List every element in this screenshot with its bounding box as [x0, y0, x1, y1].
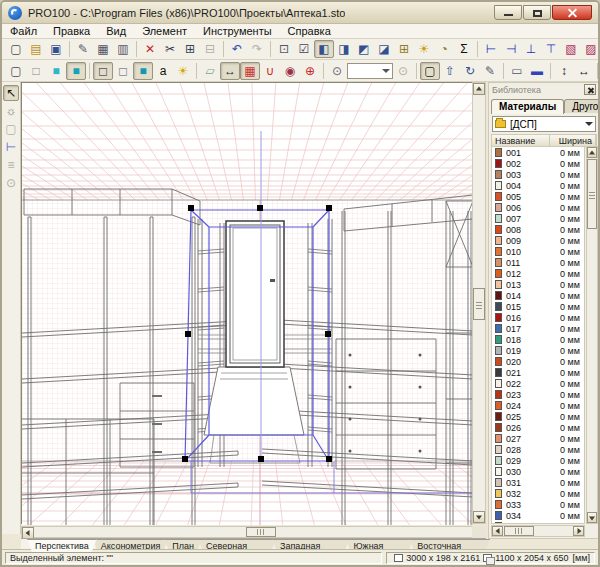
dimension-tool-icon[interactable]: ⊢ [3, 139, 19, 155]
undo-icon[interactable]: ↶ [227, 40, 247, 58]
put-on-floor-icon[interactable]: ⊥ [521, 40, 541, 58]
material-row-015[interactable]: 0150 мм [492, 301, 584, 312]
panel-preview-icon[interactable]: ◨ [334, 40, 354, 58]
material-row-007[interactable]: 0070 мм [492, 213, 584, 224]
material-row-033[interactable]: 0330 мм [492, 499, 584, 510]
page-tool-icon[interactable]: ▢ [3, 121, 19, 137]
material-row-024[interactable]: 0240 мм [492, 400, 584, 411]
material-row-030[interactable]: 0300 мм [492, 466, 584, 477]
scroll-right-icon[interactable] [573, 526, 584, 536]
scroll-up-icon[interactable] [473, 83, 485, 95]
material-row-014[interactable]: 0140 мм [492, 290, 584, 301]
list-tool-icon[interactable]: ≡ [3, 157, 19, 173]
material-row-005[interactable]: 0050 мм [492, 191, 584, 202]
move-to-right-wall-icon[interactable]: ⊣ [501, 40, 521, 58]
view-white-icon[interactable]: □ [26, 62, 46, 80]
library-tab-other[interactable]: Другое [564, 99, 600, 113]
material-row-031[interactable]: 0310 мм [492, 477, 584, 488]
page-setup-icon[interactable]: ✎ [73, 40, 93, 58]
material-row-017[interactable]: 0170 мм [492, 323, 584, 334]
show-lights-icon[interactable]: ☀ [173, 62, 193, 80]
hang-on-wall-icon[interactable]: ⊤ [541, 40, 561, 58]
pointer-tool-icon[interactable]: ↖ [3, 85, 19, 101]
paste-icon[interactable]: ⊟ [200, 40, 220, 58]
panel-properties-icon[interactable]: ◪ [374, 40, 394, 58]
material-hscroll-thumb[interactable] [504, 526, 534, 536]
material-row-028[interactable]: 0280 мм [492, 444, 584, 455]
show-dimensions-icon[interactable]: ↔ [220, 62, 240, 80]
select-filled-icon[interactable]: ▬ [527, 62, 547, 80]
material-row-035[interactable]: 0350 мм [492, 521, 584, 524]
zoom-tool-icon[interactable]: ⊙ [3, 175, 19, 191]
report-sigma-icon[interactable]: Σ [454, 40, 474, 58]
zoom-combo[interactable] [347, 63, 393, 79]
material-row-018[interactable]: 0180 мм [492, 334, 584, 345]
material-row-023[interactable]: 0230 мм [492, 389, 584, 400]
panel-prices-icon[interactable]: ⊞ [394, 40, 414, 58]
open-folder-icon[interactable]: ▤ [26, 40, 46, 58]
edit-front-icon[interactable]: ▧ [561, 40, 581, 58]
material-row-021[interactable]: 0210 мм [492, 367, 584, 378]
vscroll-thumb[interactable] [473, 288, 485, 320]
material-row-025[interactable]: 0250 мм [492, 411, 584, 422]
menu-item-3[interactable]: Элемент [134, 25, 195, 37]
light-mode-icon[interactable]: ☼ [3, 103, 19, 119]
menu-item-0[interactable]: Файл [2, 25, 45, 37]
library-tab-materials[interactable]: Материалы [491, 99, 564, 114]
panel-lights-icon[interactable]: ☀ [414, 40, 434, 58]
menu-item-1[interactable]: Правка [45, 25, 98, 37]
view-textured-icon[interactable]: ■ [66, 62, 86, 80]
column-name[interactable]: Название [492, 135, 550, 146]
distortion-icon[interactable]: ▱ [200, 62, 220, 80]
show-text-icon[interactable]: a [153, 62, 173, 80]
material-row-008[interactable]: 0080 мм [492, 224, 584, 235]
new-file-icon[interactable]: ▢ [6, 40, 26, 58]
scroll-down-icon[interactable] [473, 511, 485, 523]
material-row-019[interactable]: 0190 мм [492, 345, 584, 356]
material-row-034[interactable]: 0340 мм [492, 510, 584, 521]
minimize-button[interactable] [494, 5, 522, 20]
material-row-006[interactable]: 0060 мм [492, 202, 584, 213]
material-row-001[interactable]: 0010 мм [492, 147, 584, 158]
select-rect-icon[interactable]: ▭ [507, 62, 527, 80]
material-row-013[interactable]: 0130 мм [492, 279, 584, 290]
material-row-022[interactable]: 0220 мм [492, 378, 584, 389]
material-row-032[interactable]: 0320 мм [492, 488, 584, 499]
viewport-3d-scene[interactable] [22, 83, 473, 525]
material-row-020[interactable]: 0200 мм [492, 356, 584, 367]
column-width[interactable]: Ширина [550, 135, 596, 146]
properties-icon[interactable]: ⊡ [274, 40, 294, 58]
stretch-horizontal-icon[interactable]: ↔ [574, 62, 594, 80]
material-row-016[interactable]: 0160 мм [492, 312, 584, 323]
menu-item-5[interactable]: Справка [280, 25, 339, 37]
cut-icon[interactable]: ✂ [160, 40, 180, 58]
material-list[interactable]: 0010 мм0020 мм0030 мм0040 мм0050 мм0060 … [491, 146, 585, 524]
settings-check-icon[interactable]: ☑ [294, 40, 314, 58]
view-color-icon[interactable]: ■ [46, 62, 66, 80]
save-file-icon[interactable]: ▣ [46, 40, 66, 58]
menu-item-2[interactable]: Вид [98, 25, 134, 37]
view-solid-icon[interactable]: ■ [133, 62, 153, 80]
auto-center-icon[interactable]: ⊕ [300, 62, 320, 80]
select-tool-icon[interactable]: ▢ [420, 62, 440, 80]
material-row-026[interactable]: 0260 мм [492, 422, 584, 433]
raise-tool-icon[interactable]: ⇧ [440, 62, 460, 80]
panel-library-icon[interactable]: ◩ [354, 40, 374, 58]
hscroll-thumb[interactable] [246, 527, 276, 537]
material-list-hscrollbar[interactable] [491, 525, 585, 537]
panel-clock-icon[interactable]: ◔ [434, 40, 454, 58]
redo-icon[interactable]: ↷ [247, 40, 267, 58]
rotate-view-tool-icon[interactable]: ↻ [460, 62, 480, 80]
move-to-left-wall-icon[interactable]: ⊢ [481, 40, 501, 58]
delete-icon[interactable]: ✕ [140, 40, 160, 58]
print-preview-icon[interactable]: ▥ [113, 40, 133, 58]
maximize-button[interactable] [523, 5, 551, 20]
show-grid-icon[interactable]: ▦ [240, 62, 260, 80]
material-folder-select[interactable]: [ДСП] [492, 116, 596, 132]
title-bar[interactable]: PRO100 - C:\Program Files (x86)\PRO100\П… [2, 2, 598, 24]
viewport-3d[interactable] [21, 82, 472, 524]
scroll-down-icon[interactable] [587, 512, 597, 523]
print-icon[interactable]: ▦ [93, 40, 113, 58]
shape-tool-icon[interactable]: ✎ [480, 62, 500, 80]
material-row-002[interactable]: 0020 мм [492, 158, 584, 169]
